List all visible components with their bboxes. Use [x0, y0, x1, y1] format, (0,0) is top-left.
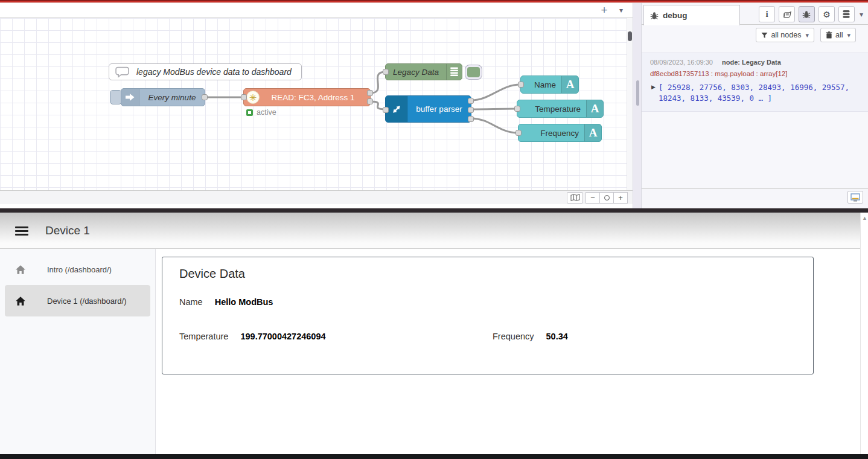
- filter-nodes-button[interactable]: all nodes ▾: [756, 28, 814, 42]
- modbus-input-port[interactable]: [241, 94, 247, 100]
- help-tab-button[interactable]: [779, 6, 795, 22]
- field-value: 50.34: [546, 332, 568, 341]
- editor-footer: − +: [0, 190, 633, 204]
- dashboard-main: Device Data Name Hello ModBus Temperatur…: [156, 249, 860, 454]
- ui-frequency-label: Frequency: [519, 129, 584, 138]
- bug-icon: [650, 11, 659, 20]
- sidebar-toolbar: i ⚙ ▾: [755, 6, 863, 22]
- monitor-icon: [850, 193, 860, 202]
- debug-enable-toggle[interactable]: [465, 65, 482, 79]
- text-widget-icon: A: [584, 124, 601, 141]
- modbus-output-port-1[interactable]: [367, 90, 373, 96]
- ui-temperature-input-port[interactable]: [514, 106, 520, 112]
- node-ui-text-name[interactable]: Name A: [520, 75, 579, 94]
- clear-messages-button[interactable]: all ▾: [820, 28, 856, 42]
- debug-list-icon: [446, 64, 462, 80]
- context-tab-button[interactable]: [838, 6, 855, 22]
- debug-input-port[interactable]: [383, 69, 389, 75]
- field-name: Name Hello ModBus: [179, 297, 273, 307]
- dashboard-scrollbar[interactable]: ▲: [860, 213, 868, 454]
- inject-trigger-button[interactable]: [110, 90, 122, 104]
- parser-output-port-1[interactable]: [468, 98, 474, 104]
- dashboard: Device 1 Intro (/dashboard/) Device 1 (/…: [0, 213, 868, 454]
- scrollbar-thumb[interactable]: [628, 31, 632, 41]
- field-temperature: Temperature 199.77000427246094: [179, 332, 326, 341]
- parser-output-port-2[interactable]: [468, 107, 474, 113]
- info-tab-button[interactable]: i: [759, 6, 775, 22]
- status-text: active: [257, 108, 276, 117]
- divider-drag-handle[interactable]: [636, 80, 639, 106]
- sidebar-resize-divider[interactable]: [633, 3, 642, 208]
- expand-payload-icon[interactable]: ▶: [651, 84, 656, 104]
- sidebar-menu-caret-icon[interactable]: ▾: [860, 10, 863, 19]
- canvas-vertical-scrollbar[interactable]: [627, 18, 633, 190]
- field-value: 199.77000427246094: [240, 332, 325, 341]
- zoom-reset-button[interactable]: [599, 192, 614, 204]
- node-ui-text-frequency[interactable]: Frequency A: [518, 124, 602, 142]
- open-debug-window-button[interactable]: [847, 191, 863, 204]
- debug-node-label: Legacy Data: [386, 68, 446, 77]
- add-flow-button[interactable]: +: [595, 3, 613, 18]
- node-modbus-read[interactable]: ✳ READ: FC3, Address 1: [243, 88, 371, 106]
- field-value: Hello ModBus: [215, 297, 273, 307]
- wire-parser-to-name[interactable]: [471, 85, 520, 100]
- node-inject[interactable]: Every minute: [121, 88, 205, 106]
- wire-parser-to-temperature[interactable]: [471, 109, 517, 109]
- nav-item-label: Device 1 (/dashboard/): [47, 297, 127, 306]
- debug-sidebar: debug i ⚙ ▾ all nodes ▾: [642, 3, 868, 208]
- wire-parser-to-frequency[interactable]: [471, 118, 518, 133]
- clear-messages-label: all: [835, 31, 843, 39]
- filter-nodes-label: all nodes: [771, 31, 801, 39]
- debug-tab-button[interactable]: [799, 6, 815, 22]
- wire-read-to-legacy[interactable]: [371, 72, 385, 93]
- status-dot-icon: [246, 109, 253, 116]
- comment-bubble-icon: [115, 66, 129, 78]
- home-icon: [14, 296, 28, 306]
- ui-name-input-port[interactable]: [518, 82, 524, 88]
- editor-workspace: + ▾ legacy ModBus device data to dashboa…: [0, 3, 633, 208]
- zoom-reset-icon: [604, 195, 610, 201]
- hamburger-menu-icon[interactable]: [15, 226, 28, 236]
- bottom-window-edge: [0, 454, 868, 459]
- inject-label: Every minute: [139, 93, 205, 102]
- modbus-status: active: [246, 108, 276, 117]
- message-payload: [ 25928, 27756, 8303, 28493, 16996, 2955…: [659, 82, 860, 104]
- zoom-out-button[interactable]: −: [586, 192, 600, 204]
- node-red-editor: + ▾ legacy ModBus device data to dashboa…: [0, 3, 868, 208]
- message-meta: df8ecbd817357113 : msg.payload : array[1…: [650, 70, 860, 77]
- chevron-down-icon: ▾: [847, 31, 850, 39]
- node-comment[interactable]: legacy ModBus device data to dashboard: [109, 63, 302, 80]
- scroll-up-arrow-icon[interactable]: ▲: [862, 215, 867, 221]
- tab-debug[interactable]: debug: [643, 5, 740, 25]
- parser-label: buffer parser: [407, 104, 471, 114]
- node-debug-legacy-data[interactable]: Legacy Data: [385, 63, 462, 80]
- nav-item-intro[interactable]: Intro (/dashboard/): [5, 254, 150, 285]
- book-icon: [782, 10, 791, 19]
- inject-output-port[interactable]: [202, 94, 208, 100]
- parser-output-port-3[interactable]: [468, 116, 474, 122]
- tab-debug-label: debug: [663, 11, 688, 20]
- field-label: Frequency: [493, 332, 534, 341]
- window-separator-bar: [0, 208, 868, 213]
- ui-name-label: Name: [521, 80, 561, 89]
- flow-canvas[interactable]: legacy ModBus device data to dashboard E…: [0, 18, 633, 190]
- message-timestamp: 08/09/2023, 16:09:30: [650, 59, 713, 66]
- node-ui-text-temperature[interactable]: Temperature A: [517, 100, 604, 118]
- flow-list-caret-icon[interactable]: ▾: [612, 3, 630, 18]
- comment-label: legacy ModBus device data to dashboard: [136, 67, 292, 77]
- zoom-in-button[interactable]: +: [613, 192, 628, 204]
- trash-icon: [826, 31, 832, 39]
- field-label: Temperature: [179, 332, 228, 341]
- field-label: Name: [179, 297, 203, 307]
- config-tab-button[interactable]: ⚙: [819, 6, 835, 22]
- dashboard-nav: Intro (/dashboard/) Device 1 (/dashboard…: [0, 249, 156, 454]
- node-buffer-parser[interactable]: buffer parser: [385, 95, 471, 123]
- debug-message: 08/09/2023, 16:09:30 node: Legacy Data d…: [642, 53, 868, 112]
- parser-input-port[interactable]: [383, 107, 389, 113]
- nav-item-device-1[interactable]: Device 1 (/dashboard/): [5, 285, 150, 316]
- navigator-map-button[interactable]: [567, 192, 583, 204]
- modbus-output-port-2[interactable]: [367, 98, 373, 104]
- bug-icon: [802, 10, 811, 19]
- ui-frequency-input-port[interactable]: [515, 130, 522, 136]
- home-icon: [14, 265, 28, 275]
